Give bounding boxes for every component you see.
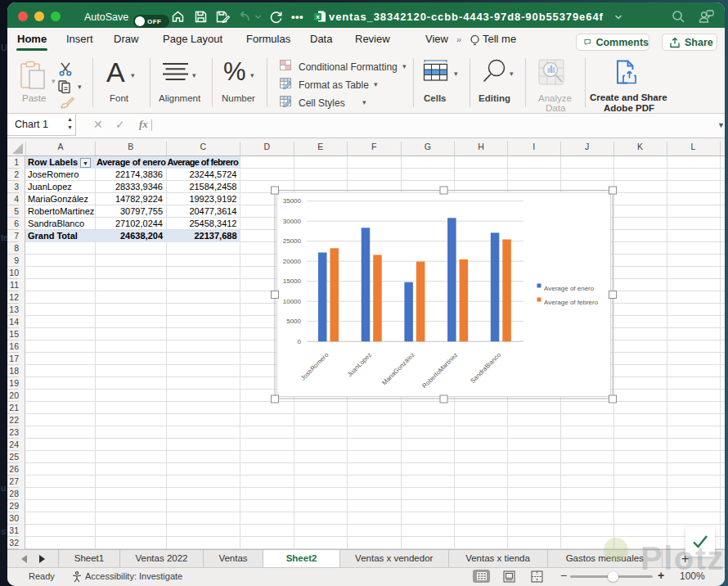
svg-text:Average of enero: Average of enero	[544, 285, 595, 292]
svg-text:0: 0	[298, 338, 302, 345]
svg-text:30000: 30000	[283, 218, 302, 225]
svg-text:25000: 25000	[283, 237, 302, 245]
svg-text:35000: 35000	[283, 197, 302, 205]
svg-text:20000: 20000	[283, 258, 302, 265]
svg-text:x: x	[316, 13, 320, 20]
svg-text:15000: 15000	[283, 277, 302, 285]
svg-text:10000: 10000	[283, 298, 302, 305]
svg-text:Average of febrero: Average of febrero	[544, 299, 599, 306]
svg-text:5000: 5000	[286, 318, 301, 325]
